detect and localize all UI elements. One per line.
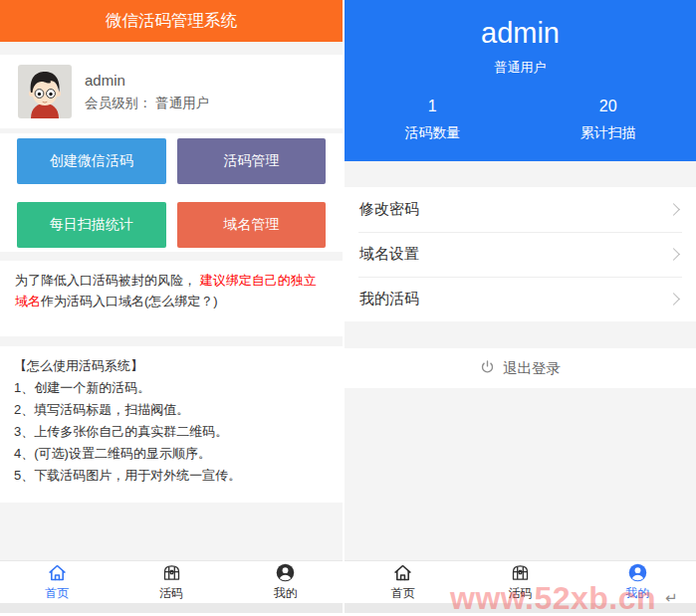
tab-mine[interactable]: 我的: [579, 561, 696, 603]
home-icon: [392, 562, 413, 583]
treasure-chest-icon: [510, 562, 531, 583]
tab-mine-label: 我的: [274, 585, 298, 602]
live-code-manage-button[interactable]: 活码管理: [177, 138, 327, 184]
treasure-chest-icon: [161, 562, 182, 583]
profile-member-level: 会员级别： 普通用户: [85, 95, 209, 112]
usage-guide-title: 【怎么使用活码系统】: [14, 355, 329, 377]
create-live-code-button[interactable]: 创建微信活码: [17, 138, 166, 184]
menu-item-label: 域名设置: [359, 245, 419, 264]
app-title-bar: 微信活码管理系统: [0, 0, 343, 42]
logout-button[interactable]: 退出登录: [345, 348, 696, 388]
account-user-type: 普通用户: [345, 59, 696, 77]
usage-guide: 【怎么使用活码系统】 1、创建一个新的活码。 2、填写活码标题，扫描阀值。 3、…: [0, 346, 343, 503]
home-screen: 微信活码管理系统 admin: [0, 0, 343, 616]
tab-mine[interactable]: 我的: [228, 561, 343, 603]
tab-home[interactable]: 首页: [0, 561, 115, 603]
stat-live-code-count: 1 活码数量: [345, 98, 521, 142]
home-icon: [47, 562, 68, 583]
stat-value: 1: [345, 98, 521, 115]
stat-value: 20: [521, 98, 696, 115]
power-icon: [480, 359, 495, 377]
tab-codes-label: 活码: [509, 585, 533, 602]
domain-binding-notice: 为了降低入口活码被封的风险， 建议绑定自己的独立域名作为活码入口域名(怎么绑定？…: [0, 261, 343, 336]
boy-avatar-icon: [18, 65, 72, 118]
usage-step: 5、下载活码图片，用于对外统一宣传。: [14, 465, 329, 487]
menu-item-my-live-codes[interactable]: 我的活码: [345, 277, 696, 321]
tab-home[interactable]: 首页: [345, 561, 462, 603]
notice-text-before: 为了降低入口活码被封的风险，: [15, 273, 200, 288]
notice-text-after: 作为活码入口域名(怎么绑定？): [41, 294, 218, 308]
menu-item-domain-settings[interactable]: 域名设置: [345, 232, 696, 277]
person-circle-icon: [275, 562, 296, 583]
usage-step: 1、创建一个新的活码。: [14, 377, 329, 399]
person-circle-icon: [627, 562, 648, 583]
tab-codes[interactable]: 活码: [115, 561, 229, 603]
account-username: admin: [345, 16, 696, 50]
right-tab-bar: 首页 活码: [345, 560, 696, 603]
stat-label: 活码数量: [345, 124, 521, 142]
text-cursor-artifact: ↵: [665, 589, 678, 607]
tab-codes[interactable]: 活码: [462, 561, 580, 603]
stat-label: 累计扫描: [521, 124, 696, 142]
domain-manage-button[interactable]: 域名管理: [177, 202, 327, 248]
profile-card: admin 会员级别： 普通用户: [0, 55, 343, 128]
action-button-grid: 创建微信活码 活码管理 每日扫描统计 域名管理: [0, 133, 343, 252]
chevron-right-icon: [667, 203, 680, 216]
account-stats: 1 活码数量 20 累计扫描: [345, 98, 696, 142]
tab-mine-label: 我的: [625, 585, 649, 602]
app-title: 微信活码管理系统: [106, 10, 237, 32]
usage-step: 3、上传多张你自己的真实群二维码。: [14, 421, 329, 443]
account-screen: admin 普通用户 1 活码数量 20 累计扫描 修改密码 域名设置: [345, 0, 696, 616]
usage-step: 4、(可选)设置二维码的显示顺序。: [14, 443, 329, 465]
daily-scan-stats-button[interactable]: 每日扫描统计: [17, 202, 166, 248]
tab-home-label: 首页: [45, 585, 69, 602]
bottom-strip: [0, 603, 343, 613]
usage-step: 2、填写活码标题，扫描阀值。: [14, 399, 329, 421]
menu-item-label: 修改密码: [359, 200, 419, 219]
chevron-right-icon: [667, 293, 680, 306]
tab-home-label: 首页: [391, 585, 415, 602]
profile-username: admin: [85, 72, 209, 89]
chevron-right-icon: [667, 248, 680, 261]
account-menu: 修改密码 域名设置 我的活码: [345, 187, 696, 321]
account-header: admin 普通用户 1 活码数量 20 累计扫描: [345, 0, 696, 161]
tab-codes-label: 活码: [159, 585, 183, 602]
logout-label: 退出登录: [503, 359, 561, 378]
menu-item-label: 我的活码: [359, 290, 419, 308]
left-tab-bar: 首页 活码: [0, 560, 343, 603]
menu-item-change-password[interactable]: 修改密码: [345, 187, 696, 232]
bottom-strip: [345, 603, 696, 613]
screenshot-stage: 微信活码管理系统 admin: [0, 0, 696, 616]
stat-total-scans: 20 累计扫描: [521, 98, 696, 142]
profile-text: admin 会员级别： 普通用户: [85, 72, 209, 112]
